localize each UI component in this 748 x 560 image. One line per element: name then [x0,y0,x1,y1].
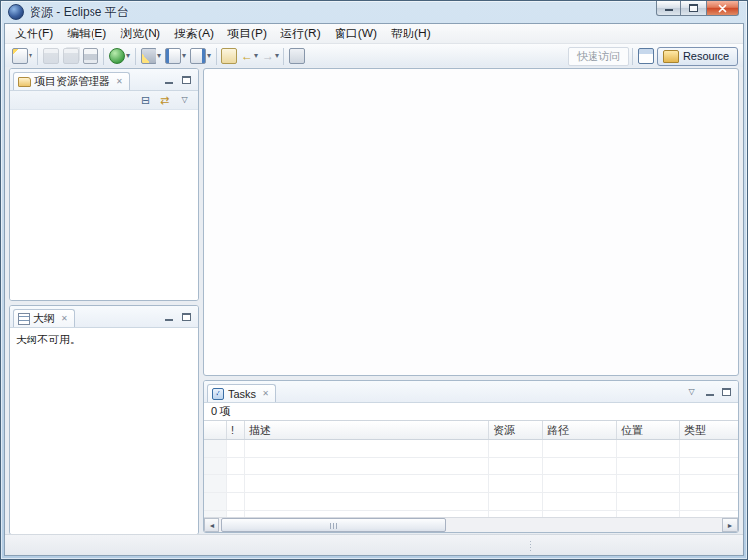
dropdown-arrow-icon[interactable]: ▾ [275,48,279,64]
scrollbar-track[interactable] [219,518,722,532]
project-explorer-header: 项目资源管理器 ✕ [10,69,198,91]
tasks-table-body[interactable] [204,440,738,517]
view-header-buttons: ▽ [684,385,734,398]
scroll-right-button[interactable]: ► [722,518,738,532]
close-view-icon[interactable]: ✕ [61,314,68,324]
menu-item-run[interactable]: 运行(R) [274,24,328,43]
horizontal-scrollbar: ◄ ► [204,517,738,532]
menu-item-search[interactable]: 搜索(A) [167,24,220,43]
toolbar-separator [216,48,217,65]
maximize-view-button[interactable] [179,73,194,86]
link-with-editor-button[interactable]: ⇄ [156,93,173,108]
outline-header: 大纲 ✕ [10,306,198,328]
quick-access-button[interactable]: 快速访问 [568,47,629,66]
print-icon [83,48,98,64]
scroll-left-button[interactable]: ◄ [204,518,219,532]
check-glyph: ✓ [215,390,221,398]
dropdown-arrow-icon[interactable]: ▾ [207,48,211,64]
project-explorer-view: 项目资源管理器 ✕ ⊟ ⇄ ▽ [9,68,199,301]
tab-project-explorer[interactable]: 项目资源管理器 ✕ [13,72,130,90]
next-annotation-icon [165,48,181,64]
column-header-type[interactable]: 类型 [680,421,738,439]
dropdown-arrow-icon[interactable]: ▾ [29,48,32,64]
dropdown-arrow-icon[interactable]: ▾ [254,48,258,64]
print-button[interactable] [81,47,100,65]
title-bar[interactable]: 资源 - Eclipse 平台 [1,1,747,23]
close-view-icon[interactable]: ✕ [116,77,123,87]
menu-item-help[interactable]: 帮助(H) [384,24,438,43]
minimize-view-button[interactable] [702,385,717,398]
table-cell [617,493,680,510]
minimize-view-button[interactable] [161,73,176,86]
resize-grip[interactable] [530,541,531,552]
pin-editor-button[interactable] [287,47,307,65]
tab-outline[interactable]: 大纲 ✕ [13,309,75,327]
new-wizard-button[interactable]: ▾ [10,47,34,65]
dropdown-arrow-icon[interactable]: ▾ [157,48,161,64]
open-perspective-icon [638,48,654,64]
collapse-all-button[interactable]: ⊟ [137,93,154,108]
project-explorer-tree[interactable] [10,110,198,300]
menu-item-navigate[interactable]: 浏览(N) [113,24,167,43]
forward-icon: → [262,48,274,64]
save-button[interactable] [41,47,61,65]
toolbar-separator [103,48,104,65]
back-button[interactable]: ← ▾ [239,47,260,65]
minimize-view-button[interactable] [161,310,176,323]
table-cell [680,493,738,510]
window-title: 资源 - Eclipse 平台 [30,4,129,21]
maximize-view-button[interactable] [719,385,734,398]
maximize-view-button[interactable] [179,310,194,323]
maximize-icon [689,4,698,12]
next-annotation-button[interactable]: ▾ [163,47,188,65]
menu-item-file[interactable]: 文件(F) [8,24,60,43]
resource-perspective-button[interactable]: Resource [657,47,738,66]
tab-tasks[interactable]: ✓ Tasks ✕ [207,384,276,402]
tasks-table: ! 描述 资源 路径 位置 类型 [204,420,738,532]
save-all-button[interactable] [61,47,81,65]
table-cell [245,458,489,474]
maximize-icon [722,388,731,396]
menu-item-edit[interactable]: 编辑(E) [60,24,113,43]
close-window-button[interactable] [706,1,739,16]
minimize-icon [706,394,714,396]
eclipse-window: 资源 - Eclipse 平台 文件(F) 编辑(E) 浏览(N) 搜索(A) … [0,0,748,560]
column-header-empty[interactable] [204,421,227,439]
table-cell [227,493,245,510]
maximize-icon [182,76,191,84]
column-header-description[interactable]: 描述 [245,421,489,439]
outline-tab-label: 大纲 [33,311,55,326]
tasks-tab-label: Tasks [228,388,256,400]
table-cell [245,475,489,492]
table-cell [617,475,680,492]
previous-annotation-icon [190,48,206,64]
last-edit-location-button[interactable] [219,47,239,65]
column-header-location[interactable]: 位置 [617,421,680,439]
table-cell [489,440,543,457]
menu-item-project[interactable]: 项目(P) [220,24,274,43]
view-menu-button[interactable]: ▽ [684,385,699,398]
save-all-icon [63,48,79,64]
scrollbar-thumb[interactable] [221,518,446,532]
minimize-window-button[interactable] [656,1,681,16]
table-cell [227,475,245,492]
maximize-window-button[interactable] [681,1,706,16]
column-header-path[interactable]: 路径 [543,421,617,439]
view-menu-button[interactable]: ▽ [176,93,193,108]
last-edit-location-icon [221,48,237,64]
menu-item-window[interactable]: 窗口(W) [328,24,384,43]
run-external-tools-button[interactable]: ▾ [107,47,132,65]
dropdown-arrow-icon[interactable]: ▾ [182,48,186,64]
column-header-resource[interactable]: 资源 [489,421,543,439]
table-cell [489,458,543,474]
close-view-icon[interactable]: ✕ [262,389,269,399]
outline-content: 大纲不可用。 [10,328,198,534]
toolbar-separator [37,48,38,65]
column-header-priority[interactable]: ! [227,421,245,439]
open-perspective-button[interactable] [636,47,655,65]
previous-annotation-button[interactable]: ▾ [188,47,213,65]
maximize-icon [182,313,191,321]
forward-button[interactable]: → ▾ [260,47,280,65]
dropdown-arrow-icon[interactable]: ▾ [126,48,130,64]
search-button[interactable]: ▾ [139,47,163,65]
